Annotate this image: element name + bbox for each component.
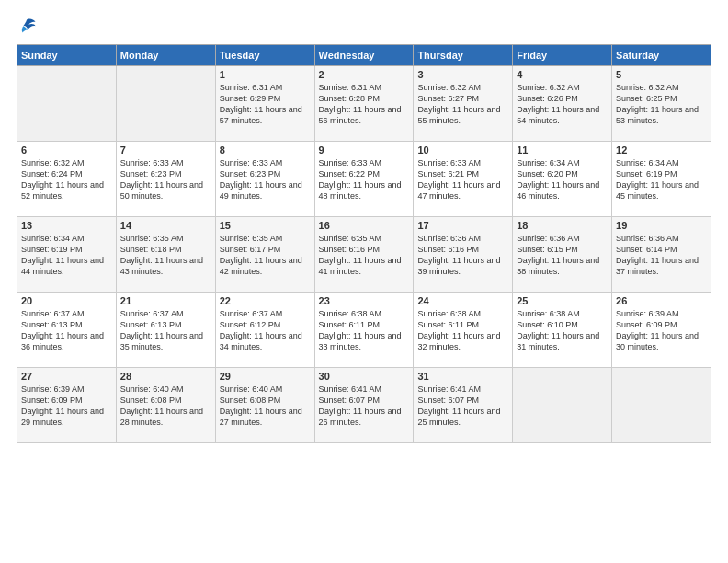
- day-number: 22: [220, 295, 311, 306]
- calendar-cell: 6Sunrise: 6:32 AMSunset: 6:24 PMDaylight…: [17, 142, 117, 217]
- cell-info: Sunrise: 6:41 AMSunset: 6:07 PMDaylight:…: [417, 384, 508, 429]
- day-number: 26: [616, 295, 707, 306]
- day-number: 3: [417, 69, 508, 80]
- cell-info: Sunrise: 6:33 AMSunset: 6:23 PMDaylight:…: [220, 157, 311, 202]
- calendar-cell: 13Sunrise: 6:34 AMSunset: 6:19 PMDayligh…: [17, 217, 117, 293]
- cell-info: Sunrise: 6:40 AMSunset: 6:08 PMDaylight:…: [220, 384, 311, 429]
- weekday-header: Saturday: [612, 45, 711, 66]
- calendar-cell: 14Sunrise: 6:35 AMSunset: 6:18 PMDayligh…: [116, 217, 215, 293]
- day-number: 12: [616, 144, 707, 155]
- cell-info: Sunrise: 6:39 AMSunset: 6:09 PMDaylight:…: [21, 384, 112, 429]
- day-number: 27: [21, 371, 112, 382]
- cell-info: Sunrise: 6:34 AMSunset: 6:19 PMDaylight:…: [21, 233, 112, 278]
- day-number: 18: [517, 220, 608, 231]
- cell-info: Sunrise: 6:34 AMSunset: 6:19 PMDaylight:…: [616, 157, 707, 202]
- calendar-cell: 11Sunrise: 6:34 AMSunset: 6:20 PMDayligh…: [513, 142, 612, 217]
- calendar-cell: 4Sunrise: 6:32 AMSunset: 6:26 PMDaylight…: [513, 66, 612, 142]
- calendar-cell: 12Sunrise: 6:34 AMSunset: 6:19 PMDayligh…: [612, 142, 711, 217]
- page: SundayMondayTuesdayWednesdayThursdayFrid…: [0, 0, 728, 563]
- day-number: 24: [417, 295, 508, 306]
- cell-info: Sunrise: 6:34 AMSunset: 6:20 PMDaylight:…: [517, 157, 608, 202]
- cell-info: Sunrise: 6:36 AMSunset: 6:15 PMDaylight:…: [517, 233, 608, 278]
- calendar-cell: 30Sunrise: 6:41 AMSunset: 6:07 PMDayligh…: [314, 368, 414, 443]
- cell-info: Sunrise: 6:33 AMSunset: 6:21 PMDaylight:…: [417, 157, 508, 202]
- day-number: 29: [220, 371, 311, 382]
- logo: [17, 17, 40, 37]
- header: [17, 17, 711, 37]
- weekday-header: Monday: [116, 45, 215, 66]
- calendar-cell: 28Sunrise: 6:40 AMSunset: 6:08 PMDayligh…: [116, 368, 215, 443]
- calendar-cell: 21Sunrise: 6:37 AMSunset: 6:13 PMDayligh…: [116, 293, 215, 368]
- calendar-cell: 9Sunrise: 6:33 AMSunset: 6:22 PMDaylight…: [314, 142, 414, 217]
- day-number: 8: [220, 144, 311, 155]
- cell-info: Sunrise: 6:38 AMSunset: 6:11 PMDaylight:…: [417, 308, 508, 353]
- cell-info: Sunrise: 6:36 AMSunset: 6:16 PMDaylight:…: [417, 233, 508, 278]
- calendar-cell: 10Sunrise: 6:33 AMSunset: 6:21 PMDayligh…: [414, 142, 513, 217]
- calendar-cell: 5Sunrise: 6:32 AMSunset: 6:25 PMDaylight…: [612, 66, 711, 142]
- day-number: 14: [120, 220, 211, 231]
- cell-info: Sunrise: 6:32 AMSunset: 6:24 PMDaylight:…: [21, 157, 112, 202]
- day-number: 31: [417, 371, 508, 382]
- calendar-cell: 23Sunrise: 6:38 AMSunset: 6:11 PMDayligh…: [314, 293, 414, 368]
- day-number: 30: [319, 371, 410, 382]
- calendar-cell: 8Sunrise: 6:33 AMSunset: 6:23 PMDaylight…: [215, 142, 314, 217]
- calendar-cell: 27Sunrise: 6:39 AMSunset: 6:09 PMDayligh…: [17, 368, 117, 443]
- cell-info: Sunrise: 6:33 AMSunset: 6:23 PMDaylight:…: [120, 157, 211, 202]
- logo-bird-icon: [17, 17, 37, 37]
- cell-info: Sunrise: 6:31 AMSunset: 6:28 PMDaylight:…: [319, 82, 410, 127]
- day-number: 20: [21, 295, 112, 306]
- day-number: 1: [220, 69, 311, 80]
- day-number: 19: [616, 220, 707, 231]
- cell-info: Sunrise: 6:39 AMSunset: 6:09 PMDaylight:…: [616, 308, 707, 353]
- day-number: 15: [220, 220, 311, 231]
- day-number: 11: [517, 144, 608, 155]
- day-number: 9: [319, 144, 410, 155]
- calendar-cell: 20Sunrise: 6:37 AMSunset: 6:13 PMDayligh…: [17, 293, 117, 368]
- cell-info: Sunrise: 6:32 AMSunset: 6:27 PMDaylight:…: [417, 82, 508, 127]
- day-number: 21: [120, 295, 211, 306]
- calendar-week-row: 13Sunrise: 6:34 AMSunset: 6:19 PMDayligh…: [17, 217, 711, 293]
- cell-info: Sunrise: 6:32 AMSunset: 6:26 PMDaylight:…: [517, 82, 608, 127]
- weekday-header: Friday: [513, 45, 612, 66]
- cell-info: Sunrise: 6:32 AMSunset: 6:25 PMDaylight:…: [616, 82, 707, 127]
- calendar-cell: [116, 66, 215, 142]
- calendar-week-row: 20Sunrise: 6:37 AMSunset: 6:13 PMDayligh…: [17, 293, 711, 368]
- day-number: 5: [616, 69, 707, 80]
- cell-info: Sunrise: 6:35 AMSunset: 6:16 PMDaylight:…: [319, 233, 410, 278]
- calendar-cell: 15Sunrise: 6:35 AMSunset: 6:17 PMDayligh…: [215, 217, 314, 293]
- weekday-header: Wednesday: [314, 45, 414, 66]
- cell-info: Sunrise: 6:31 AMSunset: 6:29 PMDaylight:…: [220, 82, 311, 127]
- day-number: 25: [517, 295, 608, 306]
- calendar-cell: 19Sunrise: 6:36 AMSunset: 6:14 PMDayligh…: [612, 217, 711, 293]
- calendar-cell: [513, 368, 612, 443]
- day-number: 28: [120, 371, 211, 382]
- weekday-header-row: SundayMondayTuesdayWednesdayThursdayFrid…: [17, 45, 711, 66]
- cell-info: Sunrise: 6:37 AMSunset: 6:13 PMDaylight:…: [120, 308, 211, 353]
- cell-info: Sunrise: 6:41 AMSunset: 6:07 PMDaylight:…: [319, 384, 410, 429]
- calendar-cell: 29Sunrise: 6:40 AMSunset: 6:08 PMDayligh…: [215, 368, 314, 443]
- calendar-cell: 18Sunrise: 6:36 AMSunset: 6:15 PMDayligh…: [513, 217, 612, 293]
- calendar-cell: 1Sunrise: 6:31 AMSunset: 6:29 PMDaylight…: [215, 66, 314, 142]
- calendar-cell: 25Sunrise: 6:38 AMSunset: 6:10 PMDayligh…: [513, 293, 612, 368]
- calendar-cell: [612, 368, 711, 443]
- cell-info: Sunrise: 6:35 AMSunset: 6:18 PMDaylight:…: [120, 233, 211, 278]
- cell-info: Sunrise: 6:35 AMSunset: 6:17 PMDaylight:…: [220, 233, 311, 278]
- day-number: 16: [319, 220, 410, 231]
- calendar-cell: 17Sunrise: 6:36 AMSunset: 6:16 PMDayligh…: [414, 217, 513, 293]
- day-number: 6: [21, 144, 112, 155]
- calendar-cell: 2Sunrise: 6:31 AMSunset: 6:28 PMDaylight…: [314, 66, 414, 142]
- weekday-header: Tuesday: [215, 45, 314, 66]
- calendar-week-row: 1Sunrise: 6:31 AMSunset: 6:29 PMDaylight…: [17, 66, 711, 142]
- cell-info: Sunrise: 6:40 AMSunset: 6:08 PMDaylight:…: [120, 384, 211, 429]
- weekday-header: Sunday: [17, 45, 117, 66]
- day-number: 10: [417, 144, 508, 155]
- day-number: 4: [517, 69, 608, 80]
- cell-info: Sunrise: 6:38 AMSunset: 6:11 PMDaylight:…: [319, 308, 410, 353]
- calendar-cell: 22Sunrise: 6:37 AMSunset: 6:12 PMDayligh…: [215, 293, 314, 368]
- cell-info: Sunrise: 6:38 AMSunset: 6:10 PMDaylight:…: [517, 308, 608, 353]
- calendar-week-row: 27Sunrise: 6:39 AMSunset: 6:09 PMDayligh…: [17, 368, 711, 443]
- weekday-header: Thursday: [414, 45, 513, 66]
- cell-info: Sunrise: 6:36 AMSunset: 6:14 PMDaylight:…: [616, 233, 707, 278]
- day-number: 13: [21, 220, 112, 231]
- calendar: SundayMondayTuesdayWednesdayThursdayFrid…: [17, 44, 711, 443]
